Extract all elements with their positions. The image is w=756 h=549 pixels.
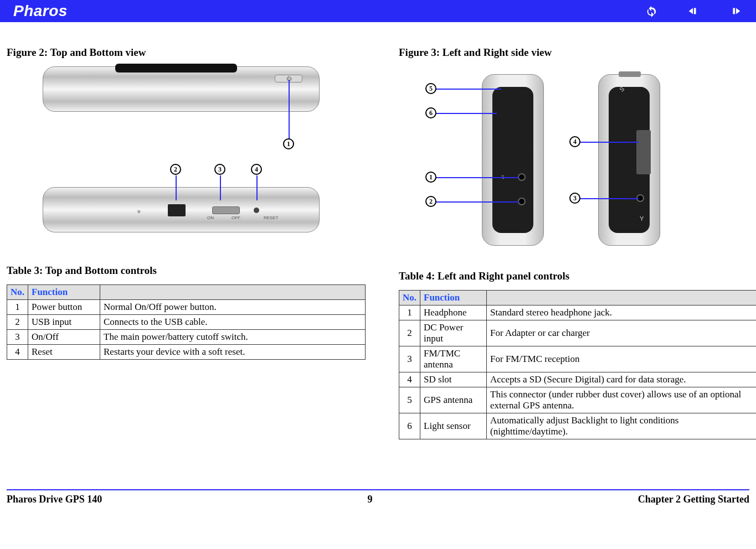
- col-no: No.: [399, 291, 420, 305]
- sd-slot-icon: [636, 130, 651, 174]
- callout-5: 5: [425, 83, 436, 94]
- col-function: Function: [420, 291, 487, 305]
- table-row: 1HeadphoneStandard stereo headphone jack…: [399, 305, 757, 320]
- brand-logo: Pharos: [13, 2, 68, 20]
- table-row: 3On/OffThe main power/battery cutoff swi…: [7, 330, 366, 345]
- col-desc: [100, 285, 366, 300]
- table-3-title: Table 3: Top and Bottom controls: [7, 265, 366, 277]
- device-bottom-view: ψ ON OFF RESET: [43, 187, 320, 232]
- table-row: 5GPS antennaThis connector (under rubber…: [399, 387, 757, 413]
- table-3: No. Function 1Power buttonNormal On/Off …: [7, 284, 366, 360]
- refresh-icon[interactable]: [644, 4, 659, 18]
- footer-left: Pharos Drive GPS 140: [7, 494, 102, 505]
- figure-2-title: Figure 2: Top and Bottom view: [7, 46, 366, 59]
- col-no: No.: [7, 285, 28, 300]
- table-row: 4ResetRestarts your device with a soft r…: [7, 345, 366, 360]
- figure-3-diagram: ♫ Y S 5 6 1 2 4 3: [399, 66, 709, 255]
- page-footer: Pharos Drive GPS 140 9 Chapter 2 Getting…: [0, 490, 756, 513]
- app-header: Pharos: [0, 0, 756, 22]
- figure-3-title: Figure 3: Left and Right side view: [399, 46, 756, 59]
- callout-2: 2: [170, 164, 181, 175]
- table-row: 2USB inputConnects to the USB cable.: [7, 315, 366, 330]
- device-left-side: ♫: [482, 74, 544, 246]
- usb-icon: ψ: [137, 209, 141, 214]
- device-top-view: ⏻: [43, 66, 320, 112]
- callout-1b: 1: [425, 172, 436, 183]
- callout-3b: 3: [569, 193, 580, 204]
- table-row: 6Light sensorAutomatically adjust Backli…: [399, 413, 757, 439]
- callout-4b: 4: [569, 136, 580, 147]
- col-desc: [487, 291, 756, 305]
- antenna-icon: Y: [640, 215, 644, 222]
- callout-3: 3: [214, 164, 225, 175]
- headphone-icon: ♫: [500, 173, 505, 180]
- callout-4: 4: [251, 164, 262, 175]
- callout-1: 1: [283, 138, 294, 149]
- device-right-side: Y S: [598, 74, 660, 246]
- right-column: Figure 3: Left and Right side view ♫ Y S…: [399, 46, 756, 439]
- figure-2-diagram: ⏻ 1 ψ ON OFF RESET 2 3: [43, 66, 353, 249]
- table-row: 3FM/TMC antennaFor FM/TMC reception: [399, 346, 757, 372]
- callout-6: 6: [425, 107, 436, 118]
- table-4: No. Function 1HeadphoneStandard stereo h…: [399, 290, 756, 439]
- table-row: 4SD slotAccepts a SD (Secure Digital) ca…: [399, 372, 757, 387]
- footer-page-number: 9: [368, 494, 373, 505]
- table-row: 2DC Power inputFor Adapter or car charge…: [399, 320, 757, 346]
- back-icon[interactable]: [686, 4, 701, 18]
- callout-2b: 2: [425, 196, 436, 207]
- col-function: Function: [28, 285, 100, 300]
- nav-button-group: [644, 4, 743, 18]
- footer-right: Chapter 2 Getting Started: [638, 494, 749, 505]
- table-row: 1Power buttonNormal On/Off power button.: [7, 300, 366, 315]
- table-4-title: Table 4: Left and Right panel controls: [399, 270, 756, 282]
- forward-icon[interactable]: [728, 4, 743, 18]
- page-body: Figure 2: Top and Bottom view ⏻ 1 ψ ON: [0, 22, 756, 445]
- left-column: Figure 2: Top and Bottom view ⏻ 1 ψ ON: [7, 46, 366, 439]
